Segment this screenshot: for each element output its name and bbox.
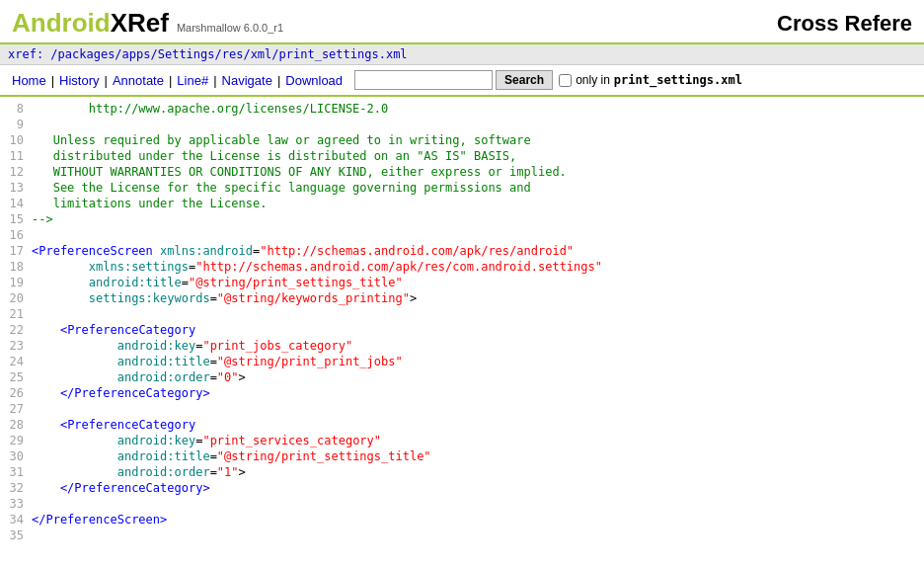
- line-content: distributed under the License is distrib…: [32, 148, 924, 164]
- line-number: 29: [0, 433, 32, 448]
- logo: AndroidXRef Marshmallow 6.0.0_r1: [12, 8, 283, 39]
- nav-bar: Home | History | Annotate | Line# | Navi…: [0, 65, 924, 97]
- table-row: 14 limitations under the License.: [0, 196, 924, 211]
- line-number: 23: [0, 338, 32, 354]
- table-row: 16: [0, 227, 924, 243]
- breadcrumb-text: xref: /packages/apps/Settings/res/xml/pr…: [8, 47, 408, 61]
- only-in-text: only in: [576, 73, 610, 87]
- table-row: 22 <PreferenceCategory: [0, 322, 924, 338]
- breadcrumb: xref: /packages/apps/Settings/res/xml/pr…: [0, 44, 924, 65]
- search-input[interactable]: [354, 70, 493, 90]
- line-content: [32, 401, 924, 417]
- line-content: android:key="print_services_category": [32, 433, 924, 448]
- line-content: [32, 496, 924, 512]
- table-row: 29 android:key="print_services_category": [0, 433, 924, 448]
- line-number: 20: [0, 290, 32, 306]
- line-number: 24: [0, 354, 32, 369]
- table-row: 33: [0, 496, 924, 512]
- line-number: 11: [0, 148, 32, 164]
- line-content: </PreferenceCategory>: [32, 385, 924, 401]
- cross-reference-title: Cross Refere: [777, 11, 912, 37]
- line-content: limitations under the License.: [32, 196, 924, 211]
- line-number: 28: [0, 417, 32, 433]
- line-number: 17: [0, 243, 32, 259]
- table-row: 23 android:key="print_jobs_category": [0, 338, 924, 354]
- table-row: 28 <PreferenceCategory: [0, 417, 924, 433]
- nav-download[interactable]: Download: [281, 73, 346, 88]
- line-content: [32, 306, 924, 322]
- table-row: 30 android:title="@string/print_settings…: [0, 448, 924, 464]
- line-number: 15: [0, 211, 32, 227]
- nav-line[interactable]: Line#: [173, 73, 212, 88]
- table-row: 15-->: [0, 211, 924, 227]
- line-number: 27: [0, 401, 32, 417]
- line-number: 31: [0, 464, 32, 480]
- line-number: 35: [0, 527, 32, 543]
- line-content: [32, 227, 924, 243]
- line-number: 9: [0, 117, 32, 132]
- line-content: <PreferenceScreen xmlns:android="http://…: [32, 243, 924, 259]
- logo-xref-text: XRef: [111, 8, 169, 39]
- only-in-checkbox[interactable]: [559, 74, 572, 87]
- table-row: 31 android:order="1">: [0, 464, 924, 480]
- line-content: android:order="0">: [32, 369, 924, 385]
- line-content: </PreferenceCategory>: [32, 480, 924, 496]
- line-number: 12: [0, 164, 32, 180]
- line-number: 21: [0, 306, 32, 322]
- only-in-label: only in print_settings.xml: [559, 73, 742, 87]
- line-number: 33: [0, 496, 32, 512]
- only-in-filename: print_settings.xml: [614, 73, 742, 87]
- line-content: [32, 527, 924, 543]
- table-row: 25 android:order="0">: [0, 369, 924, 385]
- table-row: 18 xmlns:settings="http://schemas.androi…: [0, 259, 924, 275]
- table-row: 21: [0, 306, 924, 322]
- line-number: 8: [0, 101, 32, 117]
- logo-version: Marshmallow 6.0.0_r1: [177, 22, 283, 34]
- table-row: 13 See the License for the specific lang…: [0, 180, 924, 196]
- line-content: android:title="@string/print_settings_ti…: [32, 275, 924, 290]
- code-area: 8 http://www.apache.org/licenses/LICENSE…: [0, 97, 924, 547]
- line-number: 26: [0, 385, 32, 401]
- table-row: 12 WITHOUT WARRANTIES OR CONDITIONS OF A…: [0, 164, 924, 180]
- line-content: [32, 117, 924, 132]
- table-row: 26 </PreferenceCategory>: [0, 385, 924, 401]
- table-row: 11 distributed under the License is dist…: [0, 148, 924, 164]
- line-content: android:order="1">: [32, 464, 924, 480]
- line-content: android:title="@string/print_settings_ti…: [32, 448, 924, 464]
- search-button[interactable]: Search: [496, 70, 553, 90]
- line-content: See the License for the specific languag…: [32, 180, 924, 196]
- line-content: settings:keywords="@string/keywords_prin…: [32, 290, 924, 306]
- nav-navigate[interactable]: Navigate: [218, 73, 276, 88]
- nav-annotate[interactable]: Annotate: [109, 73, 168, 88]
- table-row: 8 http://www.apache.org/licenses/LICENSE…: [0, 101, 924, 117]
- table-row: 32 </PreferenceCategory>: [0, 480, 924, 496]
- table-row: 27: [0, 401, 924, 417]
- table-row: 35: [0, 527, 924, 543]
- line-content: xmlns:settings="http://schemas.android.c…: [32, 259, 924, 275]
- table-row: 17<PreferenceScreen xmlns:android="http:…: [0, 243, 924, 259]
- line-number: 30: [0, 448, 32, 464]
- line-content: -->: [32, 211, 924, 227]
- line-content: <PreferenceCategory: [32, 322, 924, 338]
- line-number: 14: [0, 196, 32, 211]
- line-content: <PreferenceCategory: [32, 417, 924, 433]
- line-number: 16: [0, 227, 32, 243]
- line-content: android:key="print_jobs_category": [32, 338, 924, 354]
- table-row: 10 Unless required by applicable law or …: [0, 132, 924, 148]
- line-content: </PreferenceScreen>: [32, 512, 924, 527]
- table-row: 19 android:title="@string/print_settings…: [0, 275, 924, 290]
- line-content: WITHOUT WARRANTIES OR CONDITIONS OF ANY …: [32, 164, 924, 180]
- page-header: AndroidXRef Marshmallow 6.0.0_r1 Cross R…: [0, 0, 924, 44]
- table-row: 9: [0, 117, 924, 132]
- table-row: 34</PreferenceScreen>: [0, 512, 924, 527]
- line-number: 22: [0, 322, 32, 338]
- line-content: http://www.apache.org/licenses/LICENSE-2…: [32, 101, 924, 117]
- line-content: Unless required by applicable law or agr…: [32, 132, 924, 148]
- nav-history[interactable]: History: [55, 73, 103, 88]
- nav-home[interactable]: Home: [8, 73, 50, 88]
- line-number: 18: [0, 259, 32, 275]
- line-number: 19: [0, 275, 32, 290]
- line-content: android:title="@string/print_print_jobs": [32, 354, 924, 369]
- table-row: 20 settings:keywords="@string/keywords_p…: [0, 290, 924, 306]
- line-number: 25: [0, 369, 32, 385]
